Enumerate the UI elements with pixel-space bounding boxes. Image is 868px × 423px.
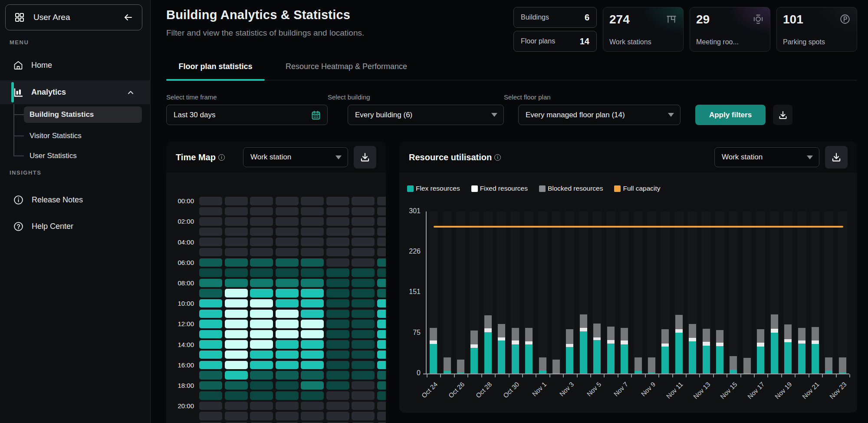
- heatmap-cell: [225, 289, 248, 297]
- x-tick: [577, 374, 578, 377]
- heatmap-cell: [326, 381, 349, 390]
- y-tick-label: 75: [399, 329, 421, 337]
- heatmap-cell: [225, 402, 248, 410]
- bar-segment: [621, 340, 628, 344]
- download-filters-button[interactable]: [773, 105, 792, 125]
- heatmap-cell: [225, 248, 248, 257]
- bar-segment: [771, 329, 778, 333]
- heatmap-cell: [225, 238, 248, 246]
- x-tick: [740, 374, 741, 377]
- active-indicator: [11, 82, 14, 102]
- page-header: Building Analytics & Statistics Filter a…: [166, 7, 857, 52]
- heatmap-cell: [352, 289, 375, 297]
- legend-item: Flex resources: [407, 185, 460, 192]
- heatmap-cell: [199, 371, 222, 380]
- heatmap-cell: [250, 197, 273, 205]
- heatmap-cell: [326, 310, 349, 318]
- heatmap-cell: [199, 248, 222, 257]
- x-tick-label: Oct 24: [420, 380, 438, 399]
- legend-swatch: [539, 185, 546, 192]
- pill-label: Floor plans: [521, 37, 555, 45]
- sidebar-item-visitor-statistics[interactable]: Visitor Statistics: [24, 132, 142, 140]
- x-tick-label: Nov 9: [640, 380, 657, 398]
- tree-connector: [13, 135, 24, 136]
- bar-segment: [580, 328, 587, 332]
- heatmap-cell: [250, 289, 273, 297]
- sidebar-item-building-statistics[interactable]: Building Statistics: [24, 106, 142, 123]
- bar-segment: [430, 340, 437, 344]
- tab-divider: [166, 80, 857, 80]
- bar-segment: [539, 370, 546, 373]
- bar-segment: [470, 348, 478, 373]
- workspace-switcher[interactable]: User Area: [5, 4, 142, 30]
- heatmap-row: 20:00: [166, 402, 386, 410]
- bar-segment: [689, 324, 696, 338]
- resource-utilisation-resource-select[interactable]: Work station: [714, 147, 819, 167]
- resource-utilisation-title: Resource utilisation: [409, 152, 492, 162]
- time-frame-select[interactable]: Last 30 days: [166, 105, 328, 125]
- heatmap-cell: [276, 320, 299, 328]
- heatmap-cell: [352, 279, 375, 288]
- sidebar-item-analytics[interactable]: Analytics: [0, 80, 151, 104]
- bar: [703, 329, 710, 373]
- bar-segment: [716, 346, 723, 373]
- tab-label: Floor plan statistics: [178, 62, 252, 71]
- x-tick-label: Nov 21: [801, 380, 821, 400]
- heatmap-cell: [377, 310, 386, 318]
- heatmap-cell: [199, 299, 222, 308]
- info-icon[interactable]: i: [494, 154, 501, 161]
- heatmap-row: 14:00: [166, 340, 386, 349]
- heatmap-cell: [301, 279, 324, 288]
- bar-segment: [648, 373, 655, 373]
- bar: [743, 358, 751, 373]
- heatmap-cell: [250, 391, 273, 400]
- building-select[interactable]: Every building (6): [348, 105, 504, 125]
- bar: [430, 328, 437, 373]
- analytics-icon: [13, 87, 23, 98]
- column-band: [838, 212, 847, 373]
- heatmap-cell: [276, 258, 299, 267]
- heatmap-cell: [199, 340, 222, 349]
- apply-filters-button[interactable]: Apply filters: [695, 105, 766, 125]
- heatmap-cell: [326, 258, 349, 267]
- sidebar-item-release-notes[interactable]: Release Notes: [0, 190, 151, 209]
- y-tick-label: 226: [399, 248, 421, 255]
- sidebar-item-home[interactable]: Home: [0, 56, 151, 75]
- heatmap-cell: [326, 361, 349, 370]
- sidebar-item-help-center[interactable]: Help Center: [0, 217, 151, 236]
- column-band: [824, 212, 833, 373]
- x-tick: [727, 374, 727, 377]
- bar: [566, 329, 573, 373]
- time-map-download-button[interactable]: [354, 146, 376, 169]
- bar-segment: [552, 360, 560, 373]
- tab-resource-heatmap-performance[interactable]: Resource Heatmap & Performance: [280, 62, 412, 80]
- desk-icon: [666, 13, 677, 25]
- collapse-sidebar-icon[interactable]: [123, 12, 133, 23]
- bar-segment: [566, 347, 573, 373]
- info-icon[interactable]: i: [218, 154, 225, 161]
- x-tick: [631, 374, 632, 377]
- x-tick: [509, 374, 510, 377]
- y-tick-label: 0: [399, 369, 421, 377]
- heatmap-cell: [301, 310, 324, 318]
- x-tick: [809, 374, 809, 377]
- resource-utilisation-download-button[interactable]: [825, 146, 848, 169]
- column-band: [634, 212, 643, 373]
- heatmap-cell: [377, 340, 386, 349]
- bar-segment: [512, 328, 519, 341]
- bar: [552, 360, 560, 373]
- floor-plan-select[interactable]: Every managed floor plan (14): [518, 105, 681, 125]
- time-map-resource-select[interactable]: Work station: [243, 147, 348, 167]
- heatmap-cell: [199, 350, 222, 359]
- heatmap-cell: [199, 268, 222, 277]
- heatmap-cell: [301, 381, 324, 390]
- sidebar-item-user-statistics[interactable]: User Statistics: [24, 152, 142, 160]
- heatmap-cell: [250, 381, 273, 390]
- header-stats: Buildings 6 Floor plans 14 274 Work stat…: [513, 7, 857, 52]
- tab-floor-plan-statistics[interactable]: Floor plan statistics: [166, 62, 265, 80]
- heatmap-cell: [250, 412, 273, 420]
- bar-segment: [730, 356, 737, 370]
- bar-segment: [648, 357, 655, 373]
- chevron-down-icon: [491, 113, 497, 117]
- x-tick: [686, 374, 687, 377]
